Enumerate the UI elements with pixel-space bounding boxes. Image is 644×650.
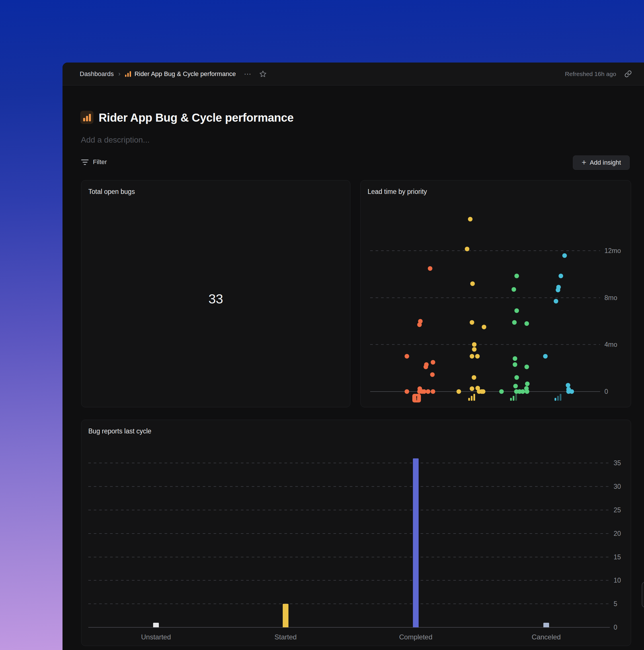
low-priority-dot[interactable]: [569, 389, 574, 394]
medium-priority-dot[interactable]: [525, 389, 529, 394]
high-priority-dot[interactable]: [470, 386, 474, 391]
breadcrumb-separator-icon: ›: [118, 70, 120, 78]
medium-priority-dot[interactable]: [515, 375, 519, 380]
low-priority-dot[interactable]: [559, 274, 563, 278]
urgent-priority-dot[interactable]: [428, 266, 432, 271]
total-open-bugs-value: 33: [81, 291, 350, 306]
add-insight-button[interactable]: + Add insight: [573, 155, 630, 170]
medium-priority-dot[interactable]: [499, 389, 504, 394]
x-category-label: Unstarted: [141, 633, 171, 641]
low-priority-icon: [555, 394, 561, 401]
high-priority-dot[interactable]: [482, 325, 486, 329]
high-priority-dot[interactable]: [470, 320, 474, 325]
medium-priority-dot[interactable]: [513, 384, 518, 388]
bar-gridline-0: [88, 627, 610, 627]
high-priority-dot[interactable]: [472, 347, 477, 352]
description-placeholder-field[interactable]: Add a description...: [81, 135, 150, 145]
bar-gridline-5: [88, 604, 610, 604]
low-priority-dot[interactable]: [554, 299, 558, 303]
urgent-priority-dot[interactable]: [430, 372, 435, 377]
high-priority-dot[interactable]: [470, 354, 474, 359]
urgent-priority-dot[interactable]: [405, 389, 409, 394]
high-priority-dot[interactable]: [465, 247, 469, 251]
y-tick-label: 5: [614, 600, 617, 608]
high-priority-dot[interactable]: [481, 389, 485, 394]
medium-priority-dot[interactable]: [524, 365, 529, 369]
favorite-star-icon[interactable]: [259, 70, 267, 78]
high-priority-dot[interactable]: [468, 217, 472, 221]
x-category-label: Canceled: [532, 633, 561, 641]
y-tick-label: 20: [614, 530, 621, 537]
started-bar[interactable]: [283, 604, 289, 627]
y-tick-label: 15: [614, 553, 621, 561]
completed-bar[interactable]: [413, 458, 419, 627]
priority-bar: [513, 396, 515, 401]
medium-priority-dot[interactable]: [513, 362, 517, 367]
bar-gridline-10: [88, 580, 610, 581]
desktop-backdrop: Dashboards › Rider App Bug & Cycle perfo…: [0, 0, 644, 650]
urgent-priority-dot[interactable]: [426, 389, 430, 394]
y-tick-label: 25: [614, 506, 621, 514]
low-priority-dot[interactable]: [556, 288, 560, 292]
high-priority-dot[interactable]: [475, 354, 480, 359]
scatter-gridline-8mo: [370, 297, 600, 298]
y-tick-label: 0: [614, 624, 617, 631]
medium-priority-dot[interactable]: [524, 321, 529, 326]
filter-icon: [81, 159, 89, 165]
lead-time-by-priority-card: Lead time by priority 12mo8mo4mo0!: [361, 180, 631, 407]
bar-gridline-30: [88, 486, 610, 487]
dashboard-title-bar-chart-icon: [80, 111, 93, 124]
urgent-priority-dot[interactable]: [417, 322, 422, 327]
priority-bar: [560, 394, 561, 401]
medium-priority-dot[interactable]: [525, 382, 530, 386]
bar-gridline-20: [88, 533, 610, 534]
low-priority-dot[interactable]: [543, 354, 548, 359]
add-insight-label: Add insight: [590, 159, 621, 167]
bar-gridline-15: [88, 557, 610, 557]
x-category-label: Started: [274, 633, 297, 641]
medium-priority-dot[interactable]: [521, 389, 525, 394]
scatter-gridline-12mo: [370, 250, 600, 251]
medium-priority-dot[interactable]: [512, 287, 516, 292]
priority-bar: [468, 398, 470, 401]
high-priority-dot[interactable]: [472, 375, 476, 380]
priority-bar: [515, 394, 517, 401]
medium-priority-dot[interactable]: [515, 309, 519, 313]
total-open-bugs-card: Total open bugs 33: [81, 180, 350, 407]
urgent-priority-dot[interactable]: [431, 389, 435, 394]
y-tick-label: 30: [614, 483, 621, 491]
filter-button[interactable]: Filter: [77, 155, 111, 169]
medium-priority-dot[interactable]: [515, 274, 519, 278]
bar-gridline-35: [88, 463, 610, 463]
medium-priority-icon: [510, 394, 517, 401]
breadcrumb-dashboards-link[interactable]: Dashboards: [80, 70, 114, 78]
priority-bar: [555, 398, 556, 401]
medium-priority-dot[interactable]: [512, 320, 517, 325]
urgent-priority-dot[interactable]: [405, 354, 409, 359]
high-priority-dot[interactable]: [456, 389, 461, 394]
refreshed-status: Refreshed 16h ago: [565, 71, 616, 77]
urgent-priority-dot[interactable]: [431, 360, 435, 365]
y-tick-label: 8mo: [604, 294, 617, 301]
low-priority-dot[interactable]: [562, 253, 567, 258]
edge-widget-sliver: [642, 582, 644, 608]
lead-time-scatter-plot: 12mo8mo4mo0!: [361, 180, 631, 407]
bug-reports-bar-chart: 35302520151050UnstartedStartedCompletedC…: [81, 420, 631, 646]
priority-bar: [473, 394, 475, 401]
copy-link-icon[interactable]: [624, 70, 632, 78]
urgent-priority-dot[interactable]: [423, 365, 428, 369]
dashboard-bar-chart-icon: [125, 71, 131, 77]
top-bar: Dashboards › Rider App Bug & Cycle perfo…: [63, 63, 644, 85]
medium-priority-dot[interactable]: [513, 356, 517, 361]
y-tick-label: 10: [614, 577, 621, 584]
high-priority-dot[interactable]: [470, 281, 475, 286]
high-priority-dot[interactable]: [472, 342, 477, 347]
y-tick-label: 35: [614, 459, 621, 467]
more-options-icon[interactable]: ⋯: [244, 70, 252, 78]
bar-gridline-25: [88, 510, 610, 510]
unstarted-bar[interactable]: [153, 623, 159, 627]
canceled-bar[interactable]: [543, 623, 549, 627]
high-priority-icon: [468, 394, 475, 401]
card-title: Total open bugs: [88, 188, 135, 195]
breadcrumb-current-dashboard[interactable]: Rider App Bug & Cycle performance: [135, 70, 236, 78]
